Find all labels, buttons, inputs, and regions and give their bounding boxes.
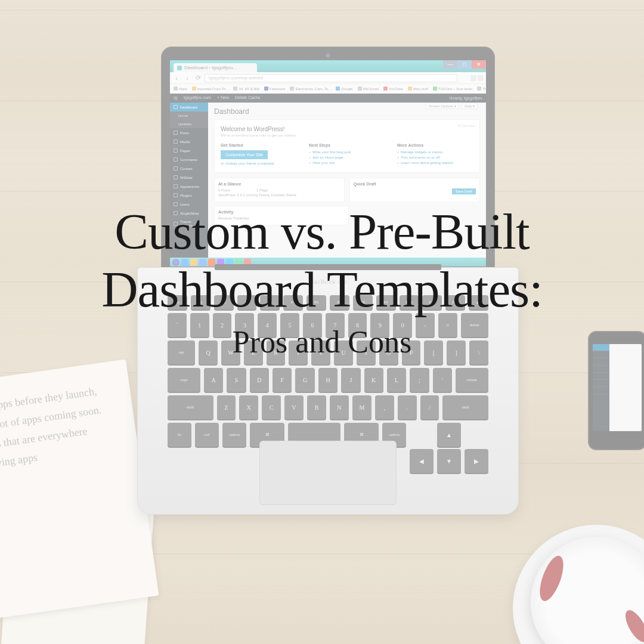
subtitle: Pros and Cons [0, 324, 644, 360]
title-overlay: Custom vs. Pre-Built Dashboard Templates… [0, 203, 644, 360]
title-line-2: Dashboard Templates: [0, 261, 644, 318]
title-line-1: Custom vs. Pre-Built [0, 203, 644, 261]
